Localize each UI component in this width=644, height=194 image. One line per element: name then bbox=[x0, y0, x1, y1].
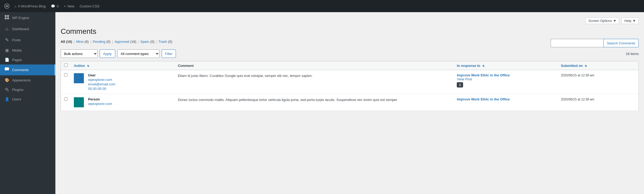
sidebar-item-posts[interactable]: ✎ Posts bbox=[0, 34, 55, 45]
sidebar-item-pages[interactable]: 📄 Pages bbox=[0, 55, 55, 64]
comment-type-select[interactable]: All comment types Comments Pings bbox=[117, 49, 160, 58]
view-post-link[interactable]: View Post bbox=[457, 77, 472, 81]
author-name: Person bbox=[88, 97, 112, 101]
main-content: Screen Options ▼ Help ▼ Comments All (18… bbox=[55, 12, 644, 194]
bulk-actions-row: Bulk actions Approve Unapprove Mark as S… bbox=[61, 49, 639, 58]
submitted-column-label: Submitted on bbox=[561, 64, 583, 68]
comment-count: 0 bbox=[57, 4, 59, 8]
submitted-sort-icon: ⇅ bbox=[585, 64, 587, 67]
custom-css-label: Custom CSS bbox=[80, 4, 99, 8]
avatar bbox=[74, 97, 84, 107]
row-checkbox-0[interactable] bbox=[64, 73, 68, 77]
admin-bar-custom-css[interactable]: Custom CSS bbox=[77, 0, 102, 12]
author-info: Person wpexplorer.com bbox=[74, 97, 171, 107]
top-actions: Screen Options ▼ Help ▼ bbox=[61, 17, 639, 24]
th-response[interactable]: In response to ⇅ bbox=[454, 61, 558, 70]
admin-bar-comments[interactable]: 💬 0 bbox=[48, 0, 61, 12]
sidebar-item-users[interactable]: 👤 Users bbox=[0, 94, 55, 104]
avatar bbox=[74, 73, 84, 83]
help-arrow-icon: ▼ bbox=[632, 19, 636, 23]
response-title[interactable]: Improve Work Ethic in the Office bbox=[457, 73, 510, 77]
row-checkbox-cell bbox=[61, 94, 71, 111]
sidebar-item-wp-engine[interactable]: WP Engine bbox=[0, 12, 55, 24]
filter-label: Filter bbox=[165, 52, 173, 56]
sidebar-item-appearance[interactable]: 🎨 Appearance bbox=[0, 75, 55, 85]
row-checkbox-1[interactable] bbox=[64, 97, 68, 101]
posts-icon: ✎ bbox=[4, 37, 9, 43]
sidebar: WP Engine ⌂ Dashboard ✎ Posts ▦ Media 📄 … bbox=[0, 12, 55, 194]
filter-trash[interactable]: Trash (0) bbox=[158, 40, 172, 44]
sidebar-label-dashboard: Dashboard bbox=[12, 27, 51, 31]
author-details: Person wpexplorer.com bbox=[88, 97, 112, 106]
sidebar-label-users: Users bbox=[12, 97, 51, 101]
pages-icon: 📄 bbox=[4, 58, 9, 62]
search-comments-button[interactable]: Search Comments bbox=[603, 39, 639, 47]
admin-bar-new[interactable]: + New bbox=[61, 0, 77, 12]
filter-search-row: All (18) | Mine (6) | Pending (0) | Appr… bbox=[61, 39, 639, 47]
help-button[interactable]: Help ▼ bbox=[621, 17, 639, 24]
filter-all[interactable]: All (18) bbox=[61, 40, 72, 44]
plus-icon: + bbox=[64, 4, 66, 8]
response-sort-icon: ⇅ bbox=[482, 64, 484, 67]
admin-bar-site[interactable]: ⌂ A WordPress Blog bbox=[12, 0, 48, 12]
th-author[interactable]: Author ⇅ bbox=[71, 61, 175, 70]
sidebar-item-plugins[interactable]: 🔌 Plugins bbox=[0, 85, 55, 94]
response-info: Improve Work Ethic in the Office View Po… bbox=[457, 73, 554, 87]
screen-options-arrow-icon: ▼ bbox=[613, 19, 617, 23]
th-comment: Comment bbox=[175, 61, 454, 70]
filter-mine[interactable]: Mine (6) bbox=[76, 40, 89, 44]
comment-column-label: Comment bbox=[178, 64, 194, 68]
th-submitted-on[interactable]: Submitted on ⇅ bbox=[558, 61, 639, 70]
search-area: Search Comments bbox=[551, 39, 639, 47]
sidebar-label-media: Media bbox=[12, 48, 51, 52]
search-button-label: Search Comments bbox=[607, 41, 635, 45]
th-checkbox bbox=[61, 61, 71, 70]
apply-button[interactable]: Apply bbox=[100, 49, 115, 58]
svg-rect-3 bbox=[7, 15, 9, 17]
sidebar-item-comments[interactable]: Comments bbox=[0, 64, 55, 75]
response-title[interactable]: Improve Work Ethic in the Office bbox=[457, 97, 510, 101]
sidebar-label-plugins: Plugins bbox=[12, 88, 51, 92]
bulk-actions-select[interactable]: Bulk actions Approve Unapprove Mark as S… bbox=[61, 49, 98, 58]
row-response-cell: Improve Work Ethic in the Office bbox=[454, 94, 558, 111]
sidebar-label-appearance: Appearance bbox=[12, 78, 51, 82]
author-url[interactable]: wpexplorer.com bbox=[88, 102, 112, 106]
author-url[interactable]: wpexplorer.com bbox=[88, 78, 116, 82]
screen-options-button[interactable]: Screen Options ▼ bbox=[585, 17, 619, 24]
site-name: A WordPress Blog bbox=[18, 4, 46, 8]
filter-button[interactable]: Filter bbox=[162, 49, 176, 58]
svg-rect-5 bbox=[7, 17, 9, 19]
filter-links: All (18) | Mine (6) | Pending (0) | Appr… bbox=[61, 40, 172, 44]
svg-rect-4 bbox=[5, 17, 7, 19]
row-date-cell: 2020/06/15 at 12:39 am bbox=[558, 94, 639, 111]
appearance-icon: 🎨 bbox=[4, 78, 9, 82]
author-email[interactable]: email@email.com bbox=[88, 82, 116, 86]
apply-label: Apply bbox=[103, 52, 112, 56]
svg-rect-6 bbox=[5, 67, 9, 70]
row-comment-cell: Donec luctus commodo mattis. Aliquam pel… bbox=[175, 94, 454, 111]
svg-text:W: W bbox=[6, 4, 8, 8]
sidebar-item-dashboard[interactable]: ⌂ Dashboard bbox=[0, 24, 55, 34]
svg-rect-2 bbox=[5, 15, 7, 17]
page-title: Comments bbox=[61, 27, 639, 36]
comments-icon bbox=[4, 67, 9, 73]
comment-text: Donec luctus commodo mattis. Aliquam pel… bbox=[178, 98, 397, 102]
author-name: User bbox=[88, 73, 116, 77]
filter-pending[interactable]: Pending (0) bbox=[93, 40, 110, 44]
search-input[interactable] bbox=[551, 39, 603, 47]
row-author-cell: Person wpexplorer.com bbox=[71, 94, 175, 111]
filter-approved[interactable]: Approved (18) bbox=[114, 40, 136, 44]
active-indicator bbox=[54, 64, 55, 75]
author-sort-icon: ⇅ bbox=[87, 64, 89, 67]
select-all-checkbox[interactable] bbox=[64, 63, 68, 67]
admin-bar: W ⌂ A WordPress Blog 💬 0 + New Custom CS… bbox=[0, 0, 644, 12]
row-comment-cell: Etiam id justo libero. Curabitur Google … bbox=[175, 70, 454, 94]
wp-engine-icon bbox=[4, 15, 9, 21]
filter-spam[interactable]: Spam (0) bbox=[140, 40, 154, 44]
screen-options-label: Screen Options bbox=[588, 19, 612, 23]
wp-logo[interactable]: W bbox=[2, 0, 12, 12]
author-ip[interactable]: 00.00.00.00 bbox=[88, 87, 116, 91]
comments-table: Author ⇅ Comment In response to ⇅ Submit… bbox=[61, 61, 639, 111]
sidebar-item-media[interactable]: ▦ Media bbox=[0, 45, 55, 55]
response-column-label: In response to bbox=[457, 64, 480, 68]
